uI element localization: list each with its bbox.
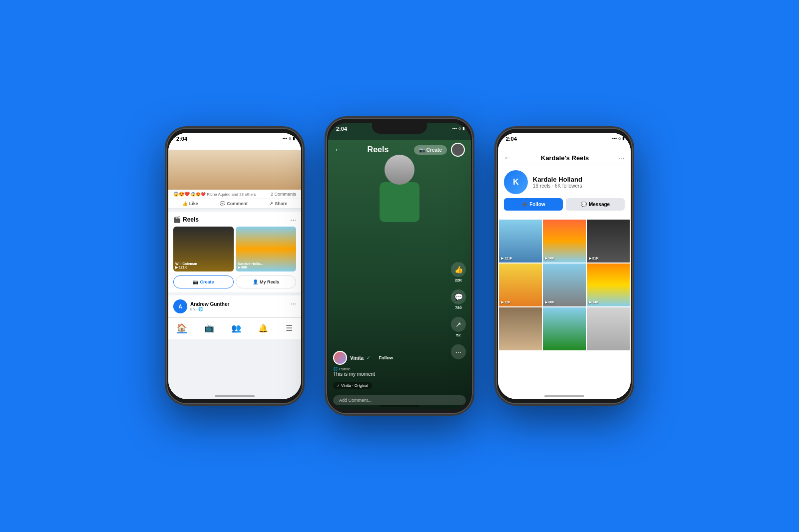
phone-2: 2:04 ▪▪▪ ⌾ ▮	[325, 116, 474, 416]
view-count-4: ▶ 12K	[501, 300, 511, 304]
reels-more-icon[interactable]: ···	[290, 216, 296, 224]
nav-groups-icon[interactable]: 👥	[231, 323, 241, 333]
reel-creator-1: Will Coleman ▶ 121K	[175, 262, 197, 269]
view-count-6: ▶ 14K	[589, 300, 599, 304]
reel-creator-row: Vinita ✓ · Follow	[333, 351, 446, 365]
create-button[interactable]: 📷 Create	[414, 145, 447, 155]
creator-name: Vinita	[350, 355, 364, 361]
status-icons-2: ▪▪▪ ⌾ ▮	[452, 126, 465, 131]
comment-count: 780	[455, 305, 461, 310]
thumbs-up-icon: 👍	[451, 262, 466, 277]
share-action[interactable]: ↗ 52	[451, 317, 466, 337]
grid-item-4[interactable]: ▶ 12K	[499, 264, 542, 306]
nav-video-icon[interactable]: 📺	[204, 323, 214, 333]
phone3-content: ← Kardale's Reels ··· K Kardale Holland …	[498, 150, 631, 399]
grid-bg-9	[587, 307, 630, 350]
signal-icon: ▪▪▪	[282, 136, 287, 141]
status-bar-2: 2:04 ▪▪▪ ⌾ ▮	[328, 123, 471, 140]
profile-message-button[interactable]: 💬 Message	[566, 198, 625, 211]
audio-indicator[interactable]: ♪ Vinita · Original	[333, 382, 372, 389]
battery-icon: ▮	[293, 136, 295, 141]
view-count-2: ▶ 90K	[545, 257, 555, 261]
grid-item-5[interactable]: ▶ 80K	[543, 264, 586, 306]
music-note-icon: ♪	[337, 383, 339, 388]
grid-item-8[interactable]	[543, 307, 586, 350]
follow-button[interactable]: Follow	[379, 355, 394, 360]
create-reel-button[interactable]: 📷 Create	[173, 275, 234, 288]
post-more-icon[interactable]: ···	[290, 299, 296, 307]
create-buttons-row: 📷 Create 👤 My Reels	[173, 271, 296, 292]
nav-home-icon[interactable]: 🏠	[177, 323, 187, 333]
verified-badge: ✓	[367, 355, 371, 360]
header-more-icon[interactable]: ···	[619, 154, 625, 162]
profile-header: ← Kardale's Reels ···	[498, 150, 631, 165]
dot-separator: ·	[374, 355, 375, 360]
profile-follow-button[interactable]: ➕ Follow	[504, 198, 563, 211]
status-time-1: 2:04	[176, 136, 187, 142]
person-body	[380, 182, 419, 222]
profile-row: K Kardale Holland 16 reels · 6K follower…	[504, 170, 625, 194]
person-icon: 👤	[253, 279, 258, 284]
wifi-icon-3: ⌾	[618, 136, 621, 141]
more-dots-icon: ···	[451, 344, 466, 359]
reel-creator-2: Kardale Holla... ▶ 88K	[238, 262, 263, 269]
reels-page-header: ← Reels 📷 Create	[328, 140, 471, 160]
post-preview: A Andrew Gunther 8h · 🌐 ···	[168, 295, 301, 317]
back-arrow-3-icon[interactable]: ←	[504, 154, 511, 162]
more-action[interactable]: ···	[451, 344, 466, 359]
battery-icon-2: ▮	[462, 126, 465, 131]
comment-action[interactable]: 💬 780	[451, 289, 466, 310]
like-button[interactable]: 👍 Like	[182, 201, 198, 206]
comment-input[interactable]: Add Comment...	[333, 395, 466, 405]
view-count-3: ▶ 81K	[589, 257, 599, 261]
home-indicator-2	[380, 405, 419, 407]
comment-button[interactable]: 💬 Comment	[220, 201, 248, 206]
reel-bottom-info: Vinita ✓ · Follow 🌐 Public This is my mo…	[333, 351, 446, 389]
grid-item-1[interactable]: ▶ 121K	[499, 220, 542, 263]
nav-bell-icon[interactable]: 🔔	[258, 323, 268, 333]
post-image	[168, 150, 301, 190]
user-avatar-header[interactable]	[451, 143, 465, 157]
phone1-content: 😱😍❤️ 😱😍❤️ Richa Aquino and 23 others 2 C…	[168, 150, 301, 399]
wifi-icon: ⌾	[289, 136, 291, 141]
post-meta: 8h · 🌐	[190, 307, 229, 311]
reels-title: 🎬 Reels	[173, 216, 199, 223]
comments-count: 2 Comments	[271, 192, 296, 197]
status-bar-3: 2:04 ▪▪▪ ⌾ ▮	[498, 133, 631, 150]
grid-bg-7	[499, 307, 542, 350]
grid-item-3[interactable]: ▶ 81K	[587, 220, 630, 263]
kardale-avatar: K	[504, 170, 528, 194]
reels-grid: Will Coleman ▶ 121K Kardale Holla... ▶ 8…	[173, 227, 296, 271]
grid-bg-8	[543, 307, 586, 350]
globe-icon: 🌐	[333, 367, 338, 371]
reels-page-title: Reels	[368, 145, 389, 154]
grid-item-7[interactable]	[499, 307, 542, 350]
reel-thumb-1[interactable]: Will Coleman ▶ 121K	[173, 227, 234, 271]
messenger-icon: 💬	[581, 202, 587, 207]
like-count: 22K	[455, 278, 462, 282]
post-actions-bar: 👍 Like 💬 Comment ↗ Share	[168, 199, 301, 209]
like-action[interactable]: 👍 22K	[451, 262, 466, 282]
reel-thumb-2[interactable]: Kardale Holla... ▶ 88K	[236, 227, 296, 271]
signal-icon-2: ▪▪▪	[452, 126, 457, 131]
like-icon: 👍	[182, 201, 188, 206]
privacy-indicator: 🌐 Public	[333, 367, 446, 371]
share-button[interactable]: ↗ Share	[269, 201, 287, 206]
back-arrow-icon[interactable]: ←	[334, 145, 342, 154]
my-reels-button[interactable]: 👤 My Reels	[236, 275, 296, 288]
share-arrow-icon: ↗	[451, 317, 466, 332]
creator-avatar	[333, 351, 347, 365]
profile-section: K Kardale Holland 16 reels · 6K follower…	[498, 165, 631, 220]
nav-menu-icon[interactable]: ☰	[286, 323, 293, 333]
comment-bubble-icon: 💬	[451, 289, 466, 304]
view-count-5: ▶ 80K	[545, 300, 555, 304]
grid-item-6[interactable]: ▶ 14K	[587, 264, 630, 306]
profile-page-title: Kardale's Reels	[541, 154, 589, 162]
grid-item-2[interactable]: ▶ 90K	[543, 220, 586, 263]
signal-icon-3: ▪▪▪	[612, 136, 617, 141]
phone-1-screen: 2:04 ▪▪▪ ⌾ ▮ 😱😍❤️ �	[168, 133, 301, 399]
grid-item-9[interactable]	[587, 307, 630, 350]
bottom-nav: 🏠 📺 👥 🔔 ☰	[168, 317, 301, 339]
reaction-text: 😱😍❤️ Richa Aquino and 23 others	[191, 192, 256, 197]
reactions-bar: 😱😍❤️ 😱😍❤️ Richa Aquino and 23 others 2 C…	[168, 190, 301, 199]
